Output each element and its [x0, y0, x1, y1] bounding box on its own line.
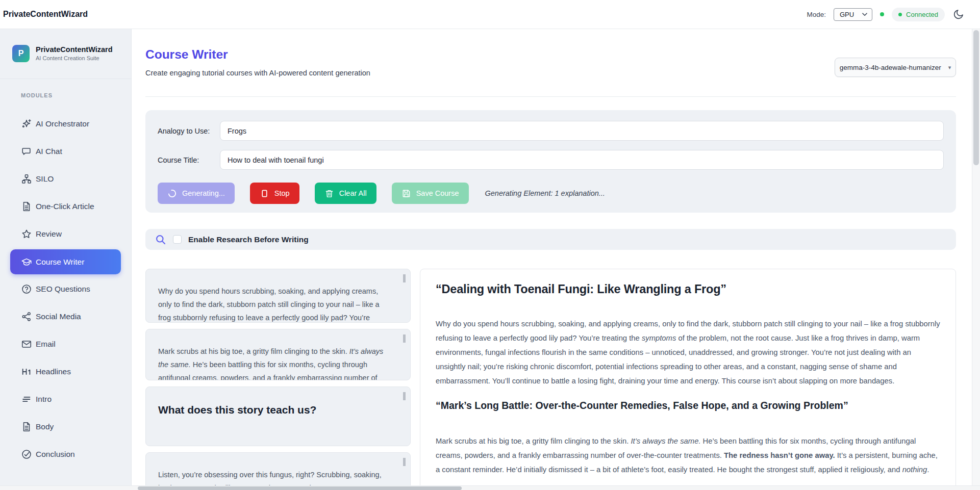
sidebar-item-seo-questions[interactable]: SEO Questions: [10, 279, 121, 299]
page-title: Course Writer: [145, 47, 956, 62]
document-icon: [21, 201, 32, 212]
sidebar-item-intro[interactable]: Intro: [10, 389, 121, 409]
sidebar-item-label: AI Orchestrator: [36, 119, 89, 128]
app-name: PrivateContentWizard: [36, 45, 113, 54]
card-scrollbar[interactable]: [403, 274, 406, 282]
generating-button[interactable]: Generating...: [158, 183, 235, 204]
element-card-story[interactable]: Mark scrubs at his big toe, a gritty fil…: [145, 329, 411, 380]
sidebar-item-one-click-article[interactable]: One-Click Article: [10, 196, 121, 217]
stop-icon: [260, 189, 269, 198]
sidebar-item-label: Intro: [36, 395, 52, 404]
window-brand: PrivateContentWizard: [3, 10, 88, 19]
card-scrollbar[interactable]: [403, 458, 406, 466]
analogy-label: Analogy to Use:: [158, 127, 220, 135]
stop-button[interactable]: Stop: [250, 183, 299, 204]
sidebar-item-label: Body: [36, 422, 54, 431]
analogy-input[interactable]: [220, 121, 944, 141]
model-select[interactable]: gemma-3-4b-adewale-humanizer ▾: [835, 58, 956, 77]
sidebar-item-social-media[interactable]: Social Media: [10, 306, 121, 327]
research-checkbox[interactable]: [173, 235, 182, 244]
dark-mode-toggle[interactable]: [952, 8, 965, 20]
lines-icon: [21, 394, 32, 405]
mode-label: Mode:: [807, 11, 826, 18]
course-title-label: Course Title:: [158, 156, 220, 164]
preview-paragraph: Mark scrubs at his big toe, a gritty fil…: [436, 434, 940, 477]
sidebar-nav: AI Orchestrator AI Chat SILO One-Click A…: [0, 114, 131, 465]
star-icon: [21, 228, 32, 240]
chat-bubble-icon: [21, 146, 32, 157]
generating-button-label: Generating...: [182, 189, 225, 197]
sidebar-header: P PrivateContentWizard AI Content Creati…: [0, 29, 131, 79]
document-icon: [21, 421, 32, 432]
clear-all-button-label: Clear All: [339, 189, 367, 197]
vertical-scrollbar[interactable]: [972, 29, 980, 485]
clear-all-button[interactable]: Clear All: [315, 183, 376, 204]
sidebar-item-label: AI Chat: [36, 147, 62, 156]
app-logo: P: [12, 45, 30, 62]
research-toggle-bar: Enable Research Before Writing: [145, 229, 956, 250]
research-label: Enable Research Before Writing: [188, 235, 309, 244]
save-course-button[interactable]: Save Course: [392, 183, 469, 204]
connection-badge: Connected: [892, 8, 945, 21]
sidebar-item-body[interactable]: Body: [10, 417, 121, 437]
sidebar-item-ai-orchestrator[interactable]: AI Orchestrator: [10, 114, 121, 134]
dropdown-arrow-icon: ▾: [948, 64, 951, 71]
sidebar-item-headlines[interactable]: Headlines: [10, 362, 121, 382]
envelope-icon: [21, 339, 32, 350]
save-course-button-label: Save Course: [416, 189, 459, 197]
preview-paragraph: Why do you spend hours scrubbing, soakin…: [436, 317, 940, 388]
sidebar-item-email[interactable]: Email: [10, 334, 121, 354]
horizontal-scrollbar-thumb[interactable]: [138, 486, 462, 490]
share-icon: [21, 311, 32, 322]
sidebar-item-review[interactable]: Review: [10, 224, 121, 244]
sidebar-item-label: SEO Questions: [36, 285, 90, 294]
sidebar-item-label: Conclusion: [36, 450, 75, 459]
main-content: Course Writer Create engaging tutorial c…: [132, 29, 980, 490]
element-text: Mark scrubs at his big toe, a gritty fil…: [158, 345, 389, 380]
sidebar-item-label: One-Click Article: [36, 202, 94, 211]
element-card-question[interactable]: What does this story teach us?: [145, 386, 411, 446]
course-title-input[interactable]: [220, 150, 944, 170]
sidebar-item-silo[interactable]: SILO: [10, 169, 121, 189]
mode-select[interactable]: GPU: [834, 8, 872, 21]
sidebar-item-conclusion[interactable]: Conclusion: [10, 444, 121, 465]
course-form-card: Analogy to Use: Course Title: Generating…: [145, 110, 956, 213]
trash-icon: [324, 189, 334, 198]
element-heading: What does this story teach us?: [158, 402, 389, 418]
stop-button-label: Stop: [274, 189, 290, 197]
sidebar-item-label: Course Writer: [36, 257, 84, 267]
model-select-value: gemma-3-4b-adewale-humanizer: [840, 64, 941, 71]
sidebar-item-course-writer[interactable]: Course Writer: [10, 249, 121, 274]
modules-section-label: MODULES: [21, 92, 131, 98]
vertical-scrollbar-thumb[interactable]: [973, 30, 979, 165]
moon-icon: [952, 8, 965, 20]
sidebar-item-label: Review: [36, 229, 62, 239]
sidebar-item-label: Email: [36, 340, 56, 349]
element-list: Why do you spend hours scrubbing, soakin…: [145, 269, 411, 490]
app-tagline: AI Content Creation Suite: [36, 55, 113, 61]
spinner-icon: [167, 189, 177, 198]
element-card-explanation[interactable]: Listen, you’re obsessing over this fungu…: [145, 452, 411, 490]
topbar: PrivateContentWizard Mode: GPU Connected: [0, 0, 980, 29]
h1-icon: [21, 366, 32, 377]
card-scrollbar[interactable]: [403, 392, 406, 400]
connection-status: Connected: [906, 11, 938, 18]
question-circle-icon: [21, 283, 32, 295]
connected-dot-icon: [898, 13, 902, 16]
generation-status-text: Generating Element: 1 explanation...: [485, 189, 605, 197]
status-dot-icon: [880, 12, 884, 16]
course-preview-panel[interactable]: “Dealing with Toenail Fungi: Like Wrangl…: [420, 269, 956, 490]
sidebar-item-ai-chat[interactable]: AI Chat: [10, 141, 121, 162]
graduation-cap-icon: [21, 256, 32, 268]
search-icon: [155, 234, 166, 245]
mode-select-value: GPU: [840, 11, 854, 18]
check-circle-icon: [21, 449, 32, 460]
sparkles-icon: [21, 118, 32, 130]
sidebar-item-label: Headlines: [36, 367, 71, 376]
sidebar-item-label: SILO: [36, 174, 54, 184]
element-card-hook[interactable]: Why do you spend hours scrubbing, soakin…: [145, 269, 411, 323]
chevron-down-icon: [862, 13, 867, 16]
card-scrollbar[interactable]: [403, 334, 406, 343]
element-text: Why do you spend hours scrubbing, soakin…: [158, 285, 389, 323]
horizontal-scrollbar[interactable]: [0, 485, 980, 490]
